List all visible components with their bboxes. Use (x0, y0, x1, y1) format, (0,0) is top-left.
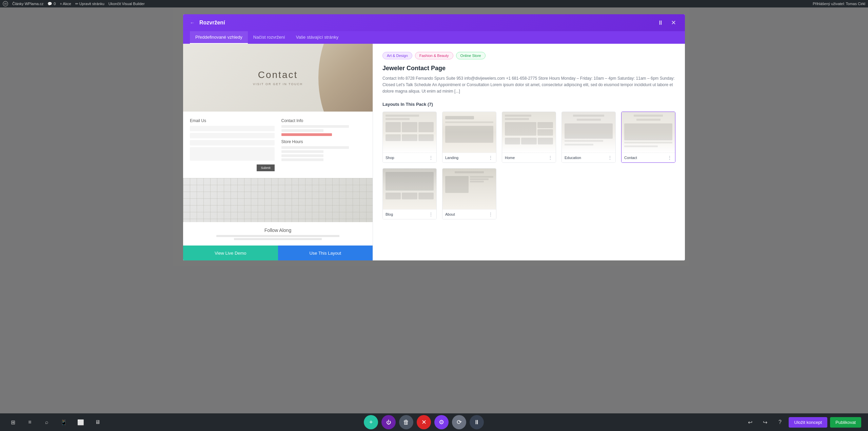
exit-builder-link[interactable]: Ukončit Visual Builder (108, 2, 145, 6)
new-action[interactable]: + Akce (60, 2, 71, 6)
comments-link[interactable]: 💬 0 (47, 2, 56, 6)
edit-page-link[interactable]: ✏ Upravit stránku (75, 2, 104, 6)
wp-logo[interactable]: W (3, 1, 8, 6)
svg-text:W: W (4, 2, 7, 5)
logged-in-user: Přihlášený uživatel: Tomas Cirkl (813, 2, 865, 6)
site-name[interactable]: Články WPlama.cz (12, 2, 43, 6)
admin-bar: W Články WPlama.cz 💬 0 + Akce ✏ Upravit … (0, 0, 868, 7)
